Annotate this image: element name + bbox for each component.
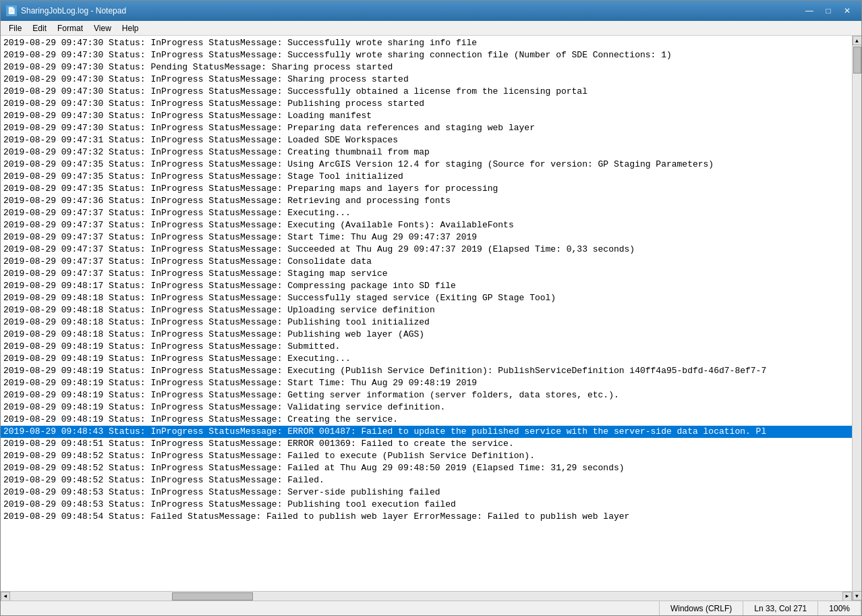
maximize-button[interactable]: □	[820, 4, 837, 18]
log-line: 2019-08-29 09:47:30 Status: InProgress S…	[1, 37, 852, 49]
log-line: 2019-08-29 09:47:30 Status: InProgress S…	[1, 49, 852, 61]
log-line: 2019-08-29 09:47:37 Status: InProgress S…	[1, 244, 852, 256]
main-content: 2019-08-29 09:47:30 Status: InProgress S…	[1, 36, 861, 600]
scroll-up-arrow[interactable]: ▲	[853, 36, 862, 45]
title-bar-left: 📄 SharingJobLog.log - Notepad	[6, 5, 126, 16]
log-line: 2019-08-29 09:48:52 Status: InProgress S…	[1, 462, 852, 474]
status-position: Ln 33, Col 271	[743, 601, 818, 615]
menu-file[interactable]: File	[3, 22, 27, 34]
log-line: 2019-08-29 09:47:37 Status: InProgress S…	[1, 231, 852, 244]
minimize-button[interactable]: —	[801, 4, 818, 18]
vertical-scrollbar[interactable]: ▲ ▼	[852, 36, 861, 600]
menu-view[interactable]: View	[88, 22, 117, 34]
notepad-window: 📄 SharingJobLog.log - Notepad — □ ✕ File…	[0, 0, 862, 616]
log-line: 2019-08-29 09:47:35 Status: InProgress S…	[1, 159, 852, 171]
log-line: 2019-08-29 09:47:30 Status: InProgress S…	[1, 74, 852, 86]
log-line: 2019-08-29 09:47:35 Status: InProgress S…	[1, 171, 852, 183]
log-line: 2019-08-29 09:47:35 Status: InProgress S…	[1, 183, 852, 195]
log-line: 2019-08-29 09:48:19 Status: InProgress S…	[1, 401, 852, 414]
status-zoom: 100%	[818, 601, 861, 615]
scroll-track-horizontal	[10, 592, 842, 601]
log-line: 2019-08-29 09:47:30 Status: InProgress S…	[1, 86, 852, 98]
log-line: 2019-08-29 09:47:30 Status: Pending Stat…	[1, 61, 852, 74]
log-line: 2019-08-29 09:47:37 Status: InProgress S…	[1, 207, 852, 219]
log-line: 2019-08-29 09:47:37 Status: InProgress S…	[1, 268, 852, 280]
log-line: 2019-08-29 09:48:53 Status: InProgress S…	[1, 499, 852, 511]
menu-edit[interactable]: Edit	[27, 22, 52, 34]
log-line: 2019-08-29 09:48:18 Status: InProgress S…	[1, 316, 852, 329]
log-line: 2019-08-29 09:48:43 Status: InProgress S…	[1, 426, 852, 438]
log-line: 2019-08-29 09:48:54 Status: Failed Statu…	[1, 511, 852, 523]
scroll-down-arrow[interactable]: ▼	[853, 591, 862, 600]
status-bar: Windows (CRLF) Ln 33, Col 271 100%	[1, 600, 861, 615]
log-line: 2019-08-29 09:48:53 Status: InProgress S…	[1, 486, 852, 499]
horizontal-scrollbar[interactable]: ◄ ►	[1, 591, 852, 600]
close-button[interactable]: ✕	[838, 4, 856, 18]
scroll-thumb-horizontal[interactable]	[172, 592, 253, 600]
log-line: 2019-08-29 09:47:37 Status: InProgress S…	[1, 219, 852, 231]
window-title: SharingJobLog.log - Notepad	[21, 6, 126, 16]
log-line: 2019-08-29 09:48:18 Status: InProgress S…	[1, 304, 852, 316]
log-line: 2019-08-29 09:47:30 Status: InProgress S…	[1, 122, 852, 134]
log-line: 2019-08-29 09:48:19 Status: InProgress S…	[1, 365, 852, 377]
log-line: 2019-08-29 09:48:52 Status: InProgress S…	[1, 474, 852, 486]
log-line: 2019-08-29 09:47:30 Status: InProgress S…	[1, 110, 852, 122]
log-line: 2019-08-29 09:48:18 Status: InProgress S…	[1, 292, 852, 304]
menu-format[interactable]: Format	[52, 22, 88, 34]
log-line: 2019-08-29 09:47:37 Status: InProgress S…	[1, 256, 852, 268]
title-bar: 📄 SharingJobLog.log - Notepad — □ ✕	[1, 1, 861, 21]
menu-help[interactable]: Help	[117, 22, 144, 34]
log-line: 2019-08-29 09:48:52 Status: InProgress S…	[1, 450, 852, 462]
scroll-track-vertical	[853, 45, 862, 591]
log-line: 2019-08-29 09:47:36 Status: InProgress S…	[1, 195, 852, 207]
log-scroll-area: 2019-08-29 09:47:30 Status: InProgress S…	[1, 36, 852, 600]
log-container[interactable]: 2019-08-29 09:47:30 Status: InProgress S…	[1, 36, 852, 591]
log-line: 2019-08-29 09:48:51 Status: InProgress S…	[1, 438, 852, 450]
scroll-thumb-vertical[interactable]	[853, 47, 861, 74]
log-line: 2019-08-29 09:48:19 Status: InProgress S…	[1, 389, 852, 401]
log-line: 2019-08-29 09:48:19 Status: InProgress S…	[1, 377, 852, 389]
log-line: 2019-08-29 09:47:31 Status: InProgress S…	[1, 134, 852, 146]
log-line: 2019-08-29 09:48:18 Status: InProgress S…	[1, 329, 852, 341]
scroll-left-arrow[interactable]: ◄	[1, 592, 10, 601]
app-icon: 📄	[6, 5, 17, 16]
status-empty	[1, 601, 660, 615]
log-line: 2019-08-29 09:47:32 Status: InProgress S…	[1, 146, 852, 159]
scroll-right-arrow[interactable]: ►	[842, 592, 852, 601]
log-line: 2019-08-29 09:47:30 Status: InProgress S…	[1, 98, 852, 110]
log-line: 2019-08-29 09:48:17 Status: InProgress S…	[1, 280, 852, 292]
status-encoding: Windows (CRLF)	[660, 601, 743, 615]
log-line: 2019-08-29 09:48:19 Status: InProgress S…	[1, 414, 852, 426]
menu-bar: File Edit Format View Help	[1, 21, 861, 36]
log-line: 2019-08-29 09:48:19 Status: InProgress S…	[1, 353, 852, 365]
log-line: 2019-08-29 09:48:19 Status: InProgress S…	[1, 341, 852, 353]
window-controls: — □ ✕	[801, 4, 856, 18]
